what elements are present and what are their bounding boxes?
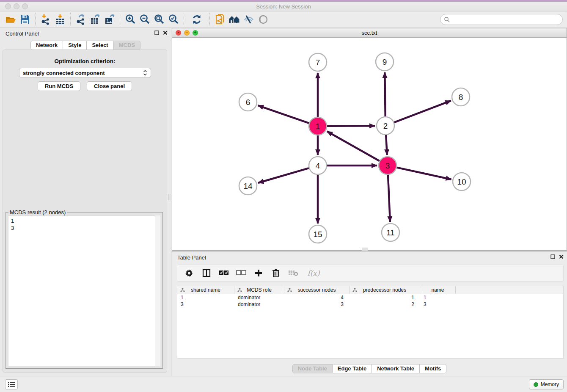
deselect-all-rows-button[interactable] bbox=[236, 268, 246, 278]
zoom-in-button[interactable] bbox=[123, 12, 138, 27]
graph-node-4[interactable]: 4 bbox=[309, 157, 327, 174]
table-settings-button[interactable] bbox=[184, 268, 194, 278]
close-panel-icon[interactable] bbox=[163, 30, 168, 35]
graph-node-14[interactable]: 14 bbox=[239, 177, 257, 195]
tab-mcds[interactable]: MCDS bbox=[114, 41, 140, 50]
graph-node-7[interactable]: 7 bbox=[309, 53, 327, 71]
graph-node-label: 1 bbox=[316, 122, 320, 131]
table-tab-network-table[interactable]: Network Table bbox=[372, 364, 420, 373]
close-panel-icon[interactable] bbox=[559, 254, 564, 259]
close-panel-button[interactable]: Close panel bbox=[87, 81, 132, 91]
criterion-dropdown[interactable]: strongly connected component bbox=[19, 68, 151, 78]
graph-edge-3-1[interactable] bbox=[327, 131, 380, 161]
application-window: Session: New Session bbox=[0, 0, 567, 392]
memory-label: Memory bbox=[541, 381, 559, 387]
add-column-button[interactable] bbox=[253, 268, 264, 278]
control-panel-tabs: NetworkStyleSelectMCDS bbox=[0, 41, 171, 50]
graph-edge-3-11[interactable] bbox=[388, 175, 390, 222]
float-panel-icon[interactable] bbox=[550, 254, 555, 259]
tab-style[interactable]: Style bbox=[63, 41, 87, 50]
zoom-selected-icon bbox=[168, 14, 179, 25]
graph-node-label: 8 bbox=[459, 93, 463, 102]
memory-status-dot bbox=[534, 382, 538, 387]
graph-node-2[interactable]: 2 bbox=[377, 117, 394, 135]
status-bar: Memory bbox=[0, 376, 567, 392]
graph-edge-4-14[interactable] bbox=[258, 168, 309, 183]
graph-edge-2-8[interactable] bbox=[394, 101, 451, 122]
control-panel: Control Panel NetworkStyleSelectMCDS Opt… bbox=[0, 28, 171, 376]
apply-function-button[interactable]: f(x) bbox=[306, 268, 322, 278]
network-graph-canvas[interactable]: 7968124314101511 bbox=[172, 38, 567, 250]
network-window-titlebar[interactable]: × − + scc.txt bbox=[172, 28, 567, 38]
first-neighbors-button[interactable] bbox=[227, 12, 242, 27]
graph-edge-1-2[interactable] bbox=[327, 126, 375, 126]
column-header-successor-nodes[interactable]: successor nodes bbox=[284, 286, 350, 294]
search-input[interactable] bbox=[452, 15, 562, 24]
new-network-from-selection-button[interactable] bbox=[213, 12, 227, 27]
network-view-window: × − + scc.txt 7968124314101511 bbox=[172, 28, 567, 251]
table-row[interactable]: 1dominator411 bbox=[177, 294, 563, 301]
zoom-selected-button[interactable] bbox=[166, 12, 181, 27]
float-panel-icon[interactable] bbox=[154, 30, 159, 35]
mcds-result-list: 13 bbox=[8, 215, 160, 366]
graph-node-15[interactable]: 15 bbox=[309, 225, 327, 243]
graph-node-3[interactable]: 3 bbox=[379, 157, 396, 174]
column-header-mcds-role[interactable]: MCDS role bbox=[234, 286, 284, 294]
vertical-splitter-handle[interactable] bbox=[168, 194, 171, 200]
graph-node-6[interactable]: 6 bbox=[239, 93, 257, 111]
import-network-button[interactable] bbox=[39, 12, 53, 27]
column-header-predecessor-nodes[interactable]: predecessor nodes bbox=[350, 286, 420, 294]
export-image-button[interactable] bbox=[102, 12, 117, 27]
import-table-icon bbox=[54, 14, 66, 25]
show-all-button[interactable] bbox=[256, 12, 270, 27]
zoom-fit-button[interactable] bbox=[152, 12, 166, 27]
eye-slash-icon bbox=[243, 14, 255, 25]
delete-column-button[interactable] bbox=[271, 268, 281, 278]
select-all-rows-button[interactable] bbox=[219, 268, 229, 278]
graph-node-label: 10 bbox=[457, 177, 466, 186]
table-panel-header: Table Panel bbox=[172, 252, 567, 264]
task-history-button[interactable] bbox=[5, 379, 18, 389]
column-label: predecessor nodes bbox=[363, 287, 406, 293]
show-columns-button[interactable] bbox=[201, 268, 212, 278]
graph-node-label: 4 bbox=[316, 161, 320, 170]
delete-table-button[interactable] bbox=[288, 268, 298, 278]
graph-node-11[interactable]: 11 bbox=[382, 224, 399, 241]
table-tab-node-table[interactable]: Node Table bbox=[292, 364, 333, 373]
result-scrollbar[interactable] bbox=[155, 215, 160, 366]
column-header-name[interactable]: name bbox=[420, 286, 456, 294]
apply-layout-button[interactable] bbox=[190, 12, 204, 27]
export-table-button[interactable] bbox=[88, 12, 102, 27]
graph-node-10[interactable]: 10 bbox=[453, 173, 471, 190]
graph-node-label: 11 bbox=[386, 228, 395, 237]
table-tab-motifs[interactable]: Motifs bbox=[420, 364, 446, 373]
memory-button[interactable]: Memory bbox=[529, 379, 564, 389]
graph-node-9[interactable]: 9 bbox=[376, 53, 394, 71]
tab-select[interactable]: Select bbox=[87, 41, 113, 50]
run-mcds-button[interactable]: Run MCDS bbox=[38, 81, 80, 91]
export-network-button[interactable] bbox=[74, 12, 88, 27]
graph-edge-3-10[interactable] bbox=[396, 168, 451, 179]
tab-network[interactable]: Network bbox=[30, 41, 63, 50]
table-tab-edge-table[interactable]: Edge Table bbox=[333, 364, 372, 373]
graph-edge-1-6[interactable] bbox=[258, 105, 309, 123]
graph-edge-2-3[interactable] bbox=[386, 135, 387, 155]
graph-edge-2-9[interactable] bbox=[385, 72, 385, 116]
column-label: name bbox=[431, 287, 444, 293]
toolbar-separator bbox=[184, 13, 184, 26]
node-table: shared nameMCDS rolesuccessor nodesprede… bbox=[177, 286, 564, 359]
graph-node-8[interactable]: 8 bbox=[452, 88, 470, 106]
table-row[interactable]: 3dominator323 bbox=[177, 301, 563, 308]
column-header-shared-name[interactable]: shared name bbox=[177, 286, 234, 294]
toolbar-separator bbox=[35, 13, 36, 26]
optimization-criterion-label: Optimization criterion: bbox=[3, 58, 167, 64]
import-table-button[interactable] bbox=[53, 12, 67, 27]
zoom-out-button[interactable] bbox=[138, 12, 152, 27]
table-cell-shared-name: 3 bbox=[177, 301, 234, 308]
horizontal-splitter-handle[interactable] bbox=[362, 248, 368, 251]
save-session-button[interactable] bbox=[18, 12, 32, 27]
hide-selected-button[interactable] bbox=[242, 12, 256, 27]
node-table-body: 1dominator4113dominator323 bbox=[177, 294, 563, 308]
graph-node-1[interactable]: 1 bbox=[309, 117, 327, 135]
open-session-button[interactable] bbox=[3, 12, 18, 27]
